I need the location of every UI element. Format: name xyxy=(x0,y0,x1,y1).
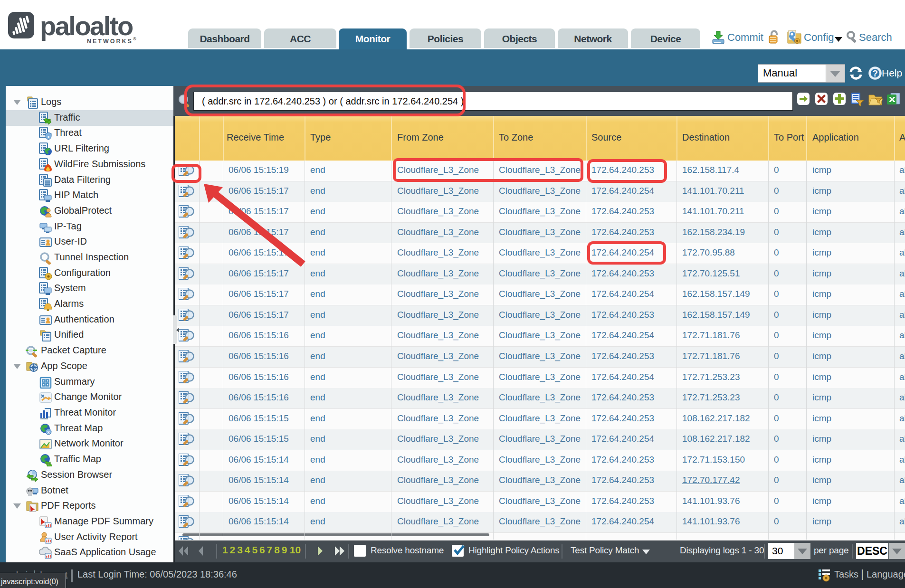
svg-text:?: ? xyxy=(872,68,878,78)
svg-text:x: x xyxy=(47,430,49,435)
svg-text:x: x xyxy=(47,134,49,139)
